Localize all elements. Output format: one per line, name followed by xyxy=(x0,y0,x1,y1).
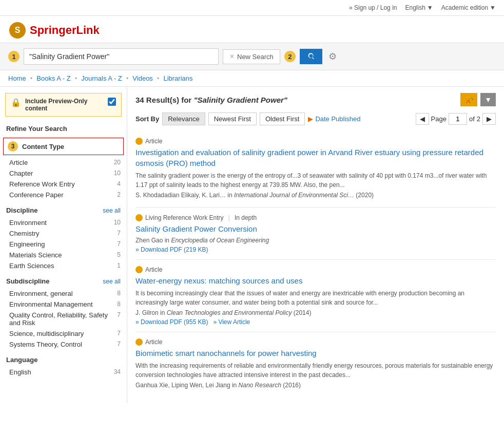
language-label: Language xyxy=(6,356,37,364)
search-badge-1: 1 xyxy=(8,51,20,62)
filter-item-name: Materials Science xyxy=(9,251,62,259)
result-title[interactable]: Biomimetic smart nanochannels for power … xyxy=(135,348,496,358)
result-title[interactable]: Water-energy nexus: matching sources and… xyxy=(135,275,496,286)
result-item: Article Investigation and evaluation of … xyxy=(135,131,496,207)
nav-home[interactable]: Home xyxy=(8,74,26,82)
download-pdf-link[interactable]: » Download PDF (955 KB) xyxy=(135,318,208,326)
filter-item-count: 10 xyxy=(114,219,121,227)
content-type-item[interactable]: Article20 xyxy=(0,157,127,168)
subdiscipline-item[interactable]: Science, multidisciplinary7 xyxy=(0,328,127,339)
page-input[interactable] xyxy=(449,113,467,125)
gear-icon: ⚙ xyxy=(328,51,337,62)
logo-bar: S SpringerLink xyxy=(0,16,504,43)
signup-login-link[interactable]: » Sign up / Log in xyxy=(349,4,397,11)
new-search-button[interactable]: ✕ New Search xyxy=(223,49,280,64)
edition-button[interactable]: Academic edition ▼ xyxy=(441,4,496,11)
discipline-item[interactable]: Engineering7 xyxy=(0,239,127,250)
result-type-badge: Article xyxy=(135,138,162,145)
sidebar: 🔒 Include Preview-Only content Refine Yo… xyxy=(0,87,127,403)
date-arrow-icon: ▶ xyxy=(308,115,313,123)
content-type-header: 3 Content Type xyxy=(3,138,124,155)
refine-title: Refine Your Search xyxy=(0,123,127,138)
download-pdf-link[interactable]: » Download PDF (219 KB) xyxy=(135,246,208,253)
nav-videos[interactable]: Videos xyxy=(132,74,153,82)
content-type-item[interactable]: Conference Paper2 xyxy=(0,190,127,200)
discipline-item[interactable]: Chemistry7 xyxy=(0,228,127,239)
nav-books[interactable]: Books A - Z xyxy=(36,74,70,82)
result-item: Article Water-energy nexus: matching sou… xyxy=(135,260,496,332)
subdiscipline-item[interactable]: Systems Theory, Control7 xyxy=(0,339,127,350)
page-total: 2 xyxy=(477,115,480,123)
result-meta: Zhen Gao in Encyclopedia of Ocean Engine… xyxy=(135,237,496,244)
result-year: (2020) xyxy=(356,192,374,199)
result-title[interactable]: Salinity Gradient Power Conversion xyxy=(135,223,496,234)
sort-relevance-button[interactable]: Relevance xyxy=(162,112,205,125)
result-type-icon xyxy=(135,266,143,273)
nav-librarians[interactable]: Librarians xyxy=(163,74,192,82)
main-layout: 🔒 Include Preview-Only content Refine Yo… xyxy=(0,87,504,403)
preview-checkbox[interactable] xyxy=(108,98,116,106)
rss-button[interactable]: 📯 xyxy=(460,93,477,106)
sort-oldest-button[interactable]: Oldest First xyxy=(260,112,305,125)
result-author: S. Khodadadian Elikaiy, K. Lari… in xyxy=(135,192,234,199)
content-type-item[interactable]: Reference Work Entry4 xyxy=(0,179,127,190)
logo[interactable]: S SpringerLink xyxy=(8,21,100,40)
search-bar: 1 ✕ New Search 2 ⚙ xyxy=(0,43,504,70)
filter-item-name: Environmental Management xyxy=(9,300,93,308)
result-author: Zhen Gao in xyxy=(135,237,171,244)
discipline-item[interactable]: Environment10 xyxy=(0,217,127,228)
nav-journals[interactable]: Journals A - Z xyxy=(81,74,122,82)
search-icon xyxy=(307,52,315,61)
result-title[interactable]: Investigation and evaluation of salinity… xyxy=(135,147,496,168)
filter-item-name: Environment, general xyxy=(9,290,73,297)
result-author: Ganhua Xie, Liping Wen, Lei Jiang in xyxy=(135,382,239,389)
content-type-section: 3 Content Type Article20Chapter10Referen… xyxy=(0,138,127,200)
filter-item-count: 7 xyxy=(117,230,121,237)
subdiscipline-item[interactable]: Environment, general8 xyxy=(0,288,127,299)
language-section: Language English34 xyxy=(0,353,127,378)
lang-chevron-icon: ▼ xyxy=(427,4,433,11)
filter-item-name: Chemistry xyxy=(9,230,40,237)
search-input[interactable] xyxy=(24,48,219,65)
search-go-button[interactable] xyxy=(300,49,322,64)
filter-item-count: 7 xyxy=(117,240,121,248)
result-type-text: Article xyxy=(145,266,162,273)
result-type-text: Article xyxy=(145,138,162,145)
next-page-button[interactable]: ▶ xyxy=(482,113,496,125)
discipline-see-all[interactable]: see all xyxy=(103,207,121,214)
result-year: (2014) xyxy=(294,309,312,316)
result-meta: J. Gilron in Clean Technologies and Envi… xyxy=(135,309,496,316)
language-item[interactable]: English34 xyxy=(0,367,127,378)
discipline-item[interactable]: Earth Sciences1 xyxy=(0,260,127,271)
preview-only-box: 🔒 Include Preview-Only content xyxy=(5,93,122,117)
sort-newest-button[interactable]: Newest First xyxy=(208,112,257,125)
result-depth: In depth xyxy=(235,214,257,221)
prev-page-button[interactable]: ◀ xyxy=(416,113,429,125)
view-article-link[interactable]: » View Article xyxy=(213,318,250,326)
nav-dot-2: • xyxy=(75,74,77,82)
filter-item-name: Systems Theory, Control xyxy=(9,341,82,348)
subdiscipline-item[interactable]: Environmental Management8 xyxy=(0,299,127,310)
result-item: Living Reference Work Entry| In depth Sa… xyxy=(135,207,496,260)
date-published-filter[interactable]: ▶ Date Published xyxy=(308,115,360,123)
content-type-item[interactable]: Chapter10 xyxy=(0,168,127,179)
download-button[interactable]: ▼ xyxy=(480,93,496,106)
springerlink-logo-icon: S xyxy=(8,21,27,40)
download-size: (219 KB) xyxy=(184,246,208,253)
nav-dot-3: • xyxy=(126,74,129,82)
language-button[interactable]: English ▼ xyxy=(405,4,433,11)
settings-gear-button[interactable]: ⚙ xyxy=(326,49,339,64)
filter-item-name: Article xyxy=(9,159,28,166)
filter-item-name: Science, multidisciplinary xyxy=(9,330,84,337)
results-label: Result(s) for xyxy=(146,96,191,104)
filter-item-name: Earth Sciences xyxy=(9,262,54,270)
filter-item-count: 8 xyxy=(117,290,121,297)
results-count: 34 Result(s) for "Salinity Gradient Powe… xyxy=(135,96,287,104)
subdiscipline-item[interactable]: Quality Control, Reliability, Safety and… xyxy=(0,310,127,328)
rss-icon: 📯 xyxy=(464,96,473,104)
clear-icon: ✕ xyxy=(229,53,235,60)
subdiscipline-see-all[interactable]: see all xyxy=(103,278,121,285)
result-links: » Download PDF (219 KB) xyxy=(135,246,496,253)
discipline-item[interactable]: Materials Science5 xyxy=(0,250,127,260)
top-bar: » Sign up / Log in English ▼ Academic ed… xyxy=(0,0,504,16)
